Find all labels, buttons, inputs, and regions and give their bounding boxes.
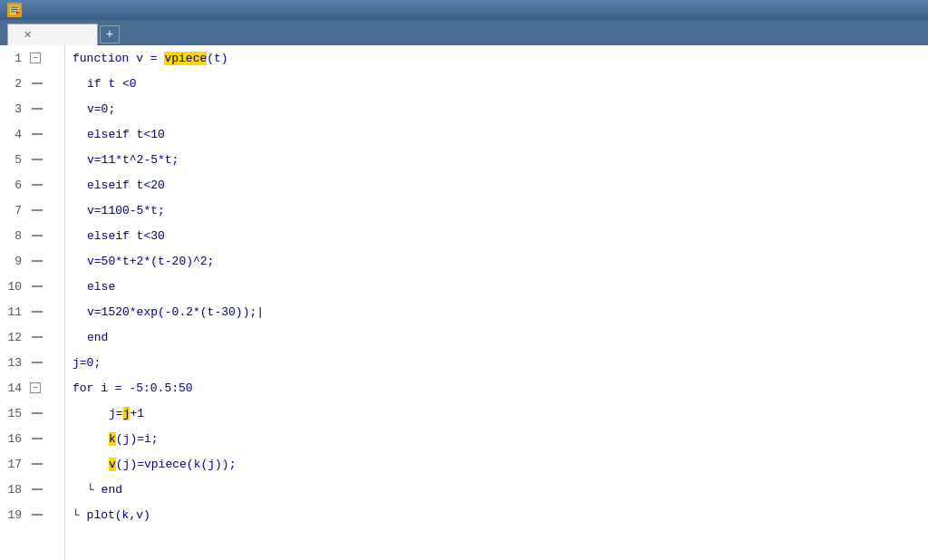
code-area[interactable]: function v = vpiece(t)if t <0v=0;elseif … [65, 45, 928, 560]
fold-indicator [27, 260, 44, 262]
gutter-row: 12 [0, 324, 64, 350]
fold-dash [32, 108, 43, 110]
code-token: (j)=vpiece(k(j)); [116, 458, 237, 471]
fold-indicator [27, 514, 44, 516]
code-line: k(j)=i; [65, 426, 928, 451]
code-token: for [72, 381, 93, 395]
fold-indicator [27, 336, 44, 338]
fold-dash [32, 488, 43, 490]
code-token: j=0; [72, 356, 101, 370]
code-token: elseif t<10 [87, 128, 165, 141]
fold-dash [32, 336, 43, 338]
code-line: else [65, 274, 928, 299]
gutter-row: 15 [0, 401, 64, 426]
code-token: j [109, 407, 116, 420]
code-token: v = [129, 52, 164, 65]
code-token: v=1520*exp(-0.2*(t-30)); [87, 305, 256, 319]
code-line: elseif t<20 [65, 172, 928, 198]
fold-dash [32, 184, 43, 186]
gutter-row: 4 [0, 121, 64, 147]
tab-bar: ✕ + [0, 20, 928, 45]
code-token: elseif t<20 [87, 179, 165, 192]
code-token: v=1100-5*t; [87, 204, 165, 217]
code-token: (j)=i; [116, 432, 159, 446]
fold-indicator [27, 412, 44, 414]
gutter-row: 14− [0, 375, 64, 401]
tab-close-button[interactable]: ✕ [21, 28, 34, 42]
code-line: j=0; [65, 350, 928, 375]
line-number: 1 [0, 52, 27, 65]
fold-indicator [27, 285, 44, 287]
fold-dash [32, 159, 43, 160]
code-line: j=j+1 [65, 401, 928, 426]
line-number: 2 [0, 77, 27, 91]
fold-dash [32, 209, 43, 211]
fold-dash [32, 133, 43, 135]
code-token: | [256, 305, 264, 319]
code-token: i = -5:0.5:50 [93, 381, 192, 395]
code-token: (t) [207, 52, 227, 65]
fold-dash [32, 362, 43, 363]
code-token: end [87, 331, 108, 344]
fold-dash [32, 463, 43, 465]
editor-area: 1−234567891011121314−1516171819 function… [0, 45, 928, 560]
line-number: 10 [0, 280, 27, 294]
line-number: 3 [0, 102, 27, 116]
code-token: = [116, 407, 123, 420]
code-line: v(j)=vpiece(k(j)); [65, 451, 928, 477]
gutter-row: 18 [0, 477, 64, 502]
gutter-row: 2 [0, 71, 64, 96]
gutter-row: 7 [0, 198, 64, 223]
code-token: j [123, 407, 130, 420]
fold-indicator[interactable]: − [27, 53, 44, 63]
fold-indicator [27, 235, 44, 237]
fold-indicator[interactable]: − [27, 382, 44, 393]
code-token: └ end [87, 483, 122, 497]
fold-dash [32, 514, 43, 516]
line-number: 14 [0, 381, 27, 395]
code-token: if t <0 [87, 77, 137, 91]
line-number: 9 [0, 255, 27, 268]
new-tab-button[interactable]: + [100, 25, 120, 43]
line-number: 8 [0, 229, 27, 243]
code-token: v=11*t^2-5*t; [87, 153, 179, 167]
code-line: v=1520*exp(-0.2*(t-30));| [65, 299, 928, 324]
gutter-row: 8 [0, 223, 64, 248]
gutter-row: 17 [0, 451, 64, 477]
line-number: 16 [0, 432, 27, 446]
code-line: └ end [65, 477, 928, 502]
gutter-row: 3 [0, 96, 64, 121]
code-line: elseif t<10 [65, 121, 928, 147]
line-number: 17 [0, 458, 27, 471]
code-line: v=0; [65, 96, 928, 121]
code-line: v=50*t+2*(t-20)^2; [65, 248, 928, 274]
gutter-row: 19 [0, 502, 64, 527]
gutter-row: 9 [0, 248, 64, 274]
fold-dash [32, 235, 43, 237]
line-number: 19 [0, 508, 27, 522]
fold-indicator [27, 184, 44, 186]
tab-rocket-vel[interactable]: ✕ [7, 24, 98, 45]
line-number: 7 [0, 204, 27, 217]
fold-indicator [27, 133, 44, 135]
fold-dash [32, 438, 43, 439]
fold-indicator [27, 159, 44, 160]
gutter-row: 16 [0, 426, 64, 451]
code-token: v=0; [87, 102, 115, 116]
fold-box[interactable]: − [30, 382, 41, 393]
code-token: └ plot(k,v) [72, 508, 150, 522]
fold-indicator [27, 108, 44, 110]
fold-indicator [27, 488, 44, 490]
fold-box[interactable]: − [30, 53, 41, 63]
fold-indicator [27, 311, 44, 313]
line-number: 6 [0, 179, 27, 192]
fold-dash [32, 82, 43, 84]
code-token: function [72, 52, 129, 65]
code-line: v=1100-5*t; [65, 198, 928, 223]
line-gutter: 1−234567891011121314−1516171819 [0, 45, 65, 560]
gutter-row: 6 [0, 172, 64, 198]
code-line: end [65, 324, 928, 350]
gutter-row: 11 [0, 299, 64, 324]
fold-indicator [27, 438, 44, 439]
line-number: 5 [0, 153, 27, 167]
